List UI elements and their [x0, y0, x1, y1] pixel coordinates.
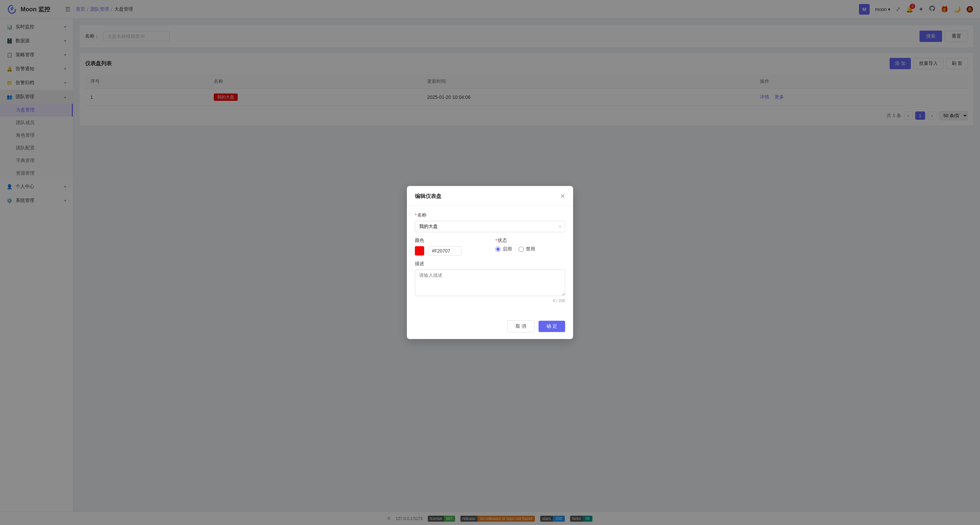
- desc-textarea[interactable]: [415, 270, 565, 296]
- status-enable-option[interactable]: 启用: [495, 246, 512, 252]
- status-disable-radio[interactable]: [519, 247, 524, 252]
- name-input-wrapper: ✕: [415, 221, 565, 232]
- edit-dashboard-modal: 编辑仪表盘 ✕ * 名称 ✕ 颜色: [407, 186, 573, 339]
- status-enable-radio[interactable]: [495, 247, 501, 252]
- name-label: * 名称: [415, 212, 565, 218]
- name-input[interactable]: [419, 221, 558, 232]
- clear-icon[interactable]: ✕: [558, 224, 562, 229]
- confirm-button[interactable]: 确 定: [539, 321, 565, 332]
- color-label: 颜色: [415, 238, 485, 244]
- status-radio-group: 启用 禁用: [495, 246, 565, 252]
- desc-field-group: 描述 0 / 200: [415, 261, 565, 303]
- char-count: 0 / 200: [415, 298, 565, 303]
- modal-title: 编辑仪表盘: [415, 193, 441, 200]
- modal-close-button[interactable]: ✕: [560, 193, 565, 200]
- status-col: * 状态 启用 禁用: [495, 238, 565, 255]
- desc-label: 描述: [415, 261, 565, 267]
- status-disable-option[interactable]: 禁用: [519, 246, 535, 252]
- status-label: * 状态: [495, 238, 565, 244]
- cancel-button[interactable]: 取 消: [507, 321, 535, 332]
- name-field-group: * 名称 ✕: [415, 212, 565, 232]
- color-swatch-button[interactable]: [415, 246, 424, 255]
- modal-overlay[interactable]: 编辑仪表盘 ✕ * 名称 ✕ 颜色: [0, 0, 980, 525]
- color-col: 颜色: [415, 238, 485, 255]
- color-status-row: 颜色 * 状态 启用: [415, 238, 565, 255]
- color-input[interactable]: [428, 246, 461, 255]
